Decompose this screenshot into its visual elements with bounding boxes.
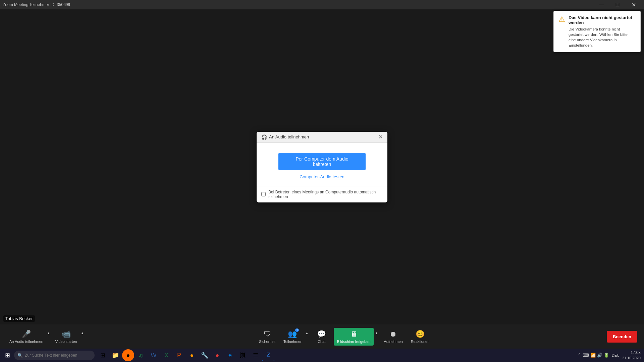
volume-icon[interactable]: 🔊 — [597, 353, 602, 358]
audio-label: An Audio teilnehmen — [9, 340, 43, 344]
toolbar-right: Beenden — [603, 331, 637, 343]
video-button[interactable]: 📹 Video starten — [53, 328, 80, 346]
modal-title: An Audio teilnehmen — [269, 134, 309, 139]
aufnehmen-label: Aufnehmen — [384, 340, 402, 344]
taskbar-search[interactable]: 🔍 — [14, 351, 95, 360]
audio-icon: 🎧 — [261, 134, 267, 140]
taskbar-ppt[interactable]: P — [173, 349, 185, 361]
chat-icon: 💬 — [317, 330, 326, 339]
user-name: Tobias Becker — [3, 315, 35, 322]
aufnehmen-button[interactable]: ⏺ Aufnehmen — [381, 328, 405, 346]
battery-icon: 🔋 — [604, 353, 609, 358]
maximize-button[interactable]: □ — [610, 0, 625, 9]
taskbar-excel[interactable]: X — [160, 349, 172, 361]
toolbar-center: 🛡 Sicherheit 👥 1 Teilnehmer ▲ 💬 Chat 🖥 B… — [86, 328, 602, 346]
audio-modal: 🎧 An Audio teilnehmen ✕ Per Computer dem… — [257, 132, 387, 202]
modal-body: Per Computer dem Audio beitreten Compute… — [257, 143, 387, 186]
taskbar-time-display: 17:03 — [622, 350, 641, 356]
taskbar-app11[interactable]: ☰ — [250, 349, 262, 361]
modal-header: 🎧 An Audio teilnehmen ✕ — [257, 132, 387, 143]
toolbar: 🎤 An Audio teilnehmen ▲ 📹 Video starten … — [0, 324, 644, 349]
toolbar-left: 🎤 An Audio teilnehmen ▲ 📹 Video starten … — [7, 328, 85, 346]
teilnehmer-arrow-button[interactable]: ▲ — [304, 330, 310, 336]
reaktionen-button[interactable]: 😊 Reaktionen — [408, 328, 433, 346]
warning-icon: ⚠ — [558, 15, 565, 48]
microphone-icon: 🎤 — [22, 330, 31, 339]
language-indicator: DEU — [612, 353, 620, 357]
taskbar-system-icons: ⌃ ⌨ 📶 🔊 🔋 — [578, 353, 609, 358]
modal-header-left: 🎧 An Audio teilnehmen — [261, 134, 309, 140]
video-arrow-button[interactable]: ▲ — [79, 330, 85, 336]
title-bar-left: Zoom Meeting Teilnehmer-ID: 350699 — [3, 2, 70, 7]
title-bar-title: Zoom Meeting Teilnehmer-ID: 350699 — [3, 2, 70, 7]
teilnehmer-label: Teilnehmer — [283, 340, 302, 344]
reactions-icon: 😊 — [416, 330, 425, 339]
title-bar-controls: — □ ✕ — [594, 0, 641, 9]
start-button[interactable]: ⊞ — [1, 349, 13, 361]
taskbar-clock: 17:03 21.10.2020 — [622, 350, 641, 360]
taskbar-apps-button[interactable]: ⊞ — [97, 349, 109, 361]
bildschirm-button[interactable]: 🖥 Bildschirm freigeben — [334, 328, 374, 346]
modal-overlay: 🎧 An Audio teilnehmen ✕ Per Computer dem… — [0, 9, 644, 324]
teilnehmer-icon-wrap: 👥 1 — [288, 330, 297, 339]
reaktionen-label: Reaktionen — [411, 340, 430, 344]
teilnehmer-btn-group: 👥 1 Teilnehmer ▲ — [281, 328, 310, 346]
title-bar: Zoom Meeting Teilnehmer-ID: 350699 — □ ✕ — [0, 0, 644, 9]
chevron-up-icon[interactable]: ⌃ — [578, 353, 581, 358]
modal-close-button[interactable]: ✕ — [378, 134, 383, 140]
bildschirm-label: Bildschirm freigeben — [337, 340, 371, 344]
teilnehmer-button[interactable]: 👥 1 Teilnehmer — [281, 328, 304, 346]
aufnehmen-btn-group: ⏺ Aufnehmen — [381, 328, 405, 346]
taskbar-explorer-button[interactable]: 📁 — [109, 349, 121, 361]
taskbar-zoom[interactable]: Z — [262, 349, 274, 361]
auto-join-checkbox[interactable] — [261, 192, 266, 196]
shield-toolbar-icon: 🛡 — [264, 330, 271, 339]
end-meeting-button[interactable]: Beenden — [607, 331, 637, 343]
taskbar-app10[interactable]: 🖼 — [237, 349, 249, 361]
taskbar-app7[interactable]: ● — [186, 349, 198, 361]
warning-text: Das Video kann nicht gestartet werden Di… — [569, 15, 636, 48]
video-btn-group: 📹 Video starten ▲ — [53, 328, 85, 346]
screen-share-icon: 🖥 — [350, 330, 358, 339]
join-audio-button[interactable]: Per Computer dem Audio beitreten — [278, 153, 366, 170]
teilnehmer-count: 1 — [295, 328, 299, 332]
modal-footer: Bei Betreten eines Meetings an Computera… — [257, 186, 387, 202]
video-icon: 📹 — [62, 330, 71, 339]
taskbar-chrome[interactable]: ● — [211, 349, 223, 361]
warning-body: Die Videokamera konnte nicht gestartet w… — [569, 26, 636, 48]
auto-join-label: Bei Betreten eines Meetings an Computera… — [268, 190, 383, 199]
chat-label: Chat — [318, 340, 325, 344]
bildschirm-arrow-button[interactable]: ▲ — [374, 330, 379, 336]
taskbar-right: ⌃ ⌨ 📶 🔊 🔋 DEU 17:03 21.10.2020 — [578, 350, 643, 360]
close-button[interactable]: ✕ — [626, 0, 641, 9]
video-label: Video starten — [55, 340, 77, 344]
warning-toast: ⚠ Das Video kann nicht gestartet werden … — [553, 11, 641, 52]
audio-arrow-button[interactable]: ▲ — [46, 330, 51, 336]
taskbar-apps: ⊞ 📁 ● ♫ W X P ● 🔧 ● e 🖼 ☰ Z — [97, 349, 274, 361]
test-audio-link[interactable]: Computer-Audio testen — [300, 174, 344, 179]
taskbar: ⊞ 🔍 ⊞ 📁 ● ♫ W X P ● 🔧 ● e 🖼 ☰ Z ⌃ ⌨ 📶 🔊 … — [0, 349, 644, 362]
taskbar-spotify[interactable]: ♫ — [135, 349, 147, 361]
chat-button[interactable]: 💬 Chat — [312, 328, 332, 346]
main-area: 🎧 An Audio teilnehmen ✕ Per Computer dem… — [0, 9, 644, 324]
taskbar-edge[interactable]: e — [224, 349, 236, 361]
audio-btn-group: 🎤 An Audio teilnehmen ▲ — [7, 328, 51, 346]
bildschirm-btn-group: 🖥 Bildschirm freigeben ▲ — [334, 328, 379, 346]
sicherheit-button[interactable]: 🛡 Sicherheit — [256, 328, 279, 346]
taskbar-app3[interactable]: ● — [122, 349, 134, 361]
sicherheit-label: Sicherheit — [259, 340, 275, 344]
taskbar-word[interactable]: W — [148, 349, 160, 361]
record-icon: ⏺ — [389, 330, 397, 339]
wifi-icon: 📶 — [590, 353, 596, 358]
taskbar-date-display: 21.10.2020 — [622, 356, 641, 360]
search-icon: 🔍 — [17, 353, 23, 358]
audio-button[interactable]: 🎤 An Audio teilnehmen — [7, 328, 46, 346]
minimize-button[interactable]: — — [594, 0, 609, 9]
taskbar-app8[interactable]: 🔧 — [199, 349, 211, 361]
keyboard-icon: ⌨ — [583, 353, 589, 358]
taskbar-search-input[interactable] — [25, 353, 91, 358]
warning-title: Das Video kann nicht gestartet werden — [569, 15, 636, 25]
